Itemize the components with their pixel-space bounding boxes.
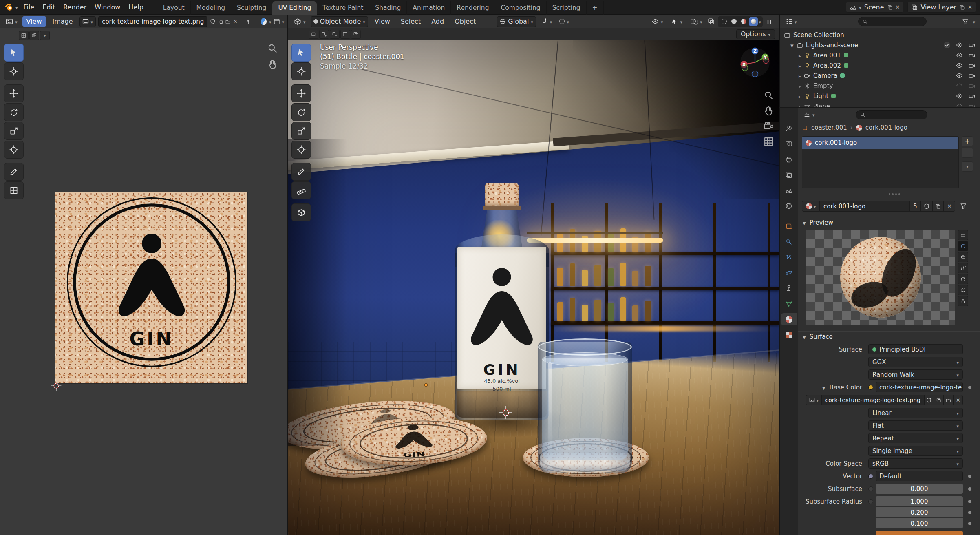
uv-editor-type-button[interactable] [3, 16, 20, 27]
uv-zoom-icon[interactable] [267, 43, 278, 53]
hide-eye-icon[interactable] [956, 93, 963, 99]
tab-scene[interactable] [781, 184, 797, 197]
menu-window[interactable]: Window [90, 2, 124, 12]
expand-icon[interactable] [799, 82, 801, 90]
select-mode-subtract[interactable] [330, 30, 340, 39]
users-count-button[interactable]: 5 [909, 201, 921, 212]
snap-toggle[interactable] [539, 16, 555, 27]
view-layer-name[interactable]: View Layer [920, 3, 956, 11]
select-mode-intersect[interactable] [351, 30, 361, 39]
tab-uv-editing[interactable]: UV Editing [272, 1, 317, 15]
pin-icon[interactable] [246, 18, 251, 25]
extension-select[interactable]: Repeat [868, 433, 963, 443]
uv-pan-hand-icon[interactable] [267, 59, 278, 69]
viewport-canvas[interactable]: GIN GIN 43,0 alc.%vol 500 ml [288, 40, 779, 535]
outliner-row-area002[interactable]: Area.002 [780, 60, 980, 71]
overlays-dropdown[interactable] [688, 16, 705, 27]
decorator-dot[interactable] [968, 522, 971, 525]
projection-select[interactable]: Flat [868, 420, 963, 431]
image-browse-caret-icon[interactable] [91, 18, 93, 25]
vp-camera-view-icon[interactable] [764, 121, 774, 131]
tab-scripting[interactable]: Scripting [547, 1, 587, 15]
tab-world[interactable] [781, 200, 797, 212]
disable-render-camera-icon[interactable] [969, 62, 975, 69]
outliner-editor-caret-icon[interactable] [795, 18, 797, 25]
image-name-field[interactable]: cork-texture-image-logo-text.png [822, 395, 924, 405]
render-slot-icon[interactable] [274, 18, 280, 25]
visibility-dropdown[interactable] [649, 16, 666, 27]
interpolation-select[interactable]: Linear [868, 408, 963, 418]
shading-solid-button[interactable] [729, 17, 738, 26]
radius-y-slider[interactable]: 0.200 [876, 507, 963, 517]
preview-shaderball-button[interactable] [958, 274, 968, 284]
preview-cloth-button[interactable] [958, 285, 968, 295]
radius-x-slider[interactable]: 1.000 [876, 496, 963, 506]
image-name-field[interactable]: cork-texture-image-logo-text.png [98, 16, 207, 27]
unlink-scene-icon[interactable] [896, 4, 900, 10]
disable-render-camera-icon[interactable] [969, 52, 975, 59]
tab-modeling[interactable]: Modeling [191, 1, 232, 15]
uv-tool-transform[interactable] [4, 141, 24, 159]
browse-image-button[interactable] [806, 395, 822, 405]
menu-file[interactable]: File [20, 2, 39, 12]
collection-expand-icon[interactable] [790, 42, 794, 49]
fake-user-shield-icon[interactable] [210, 18, 215, 25]
snap-caret-icon[interactable] [550, 18, 552, 25]
uv-tool-tweak[interactable] [4, 44, 24, 62]
tumbler-glass[interactable] [538, 342, 632, 473]
expand-icon[interactable] [799, 52, 801, 59]
subsurface-slider[interactable]: 0.000 [876, 484, 963, 494]
radius-z-slider[interactable]: 0.100 [876, 518, 963, 528]
unlink-image-button[interactable] [953, 395, 963, 405]
tab-constraints[interactable] [781, 282, 797, 294]
open-image-button[interactable] [944, 395, 954, 405]
menu-edit[interactable]: Edit [38, 2, 59, 12]
uv-menu-view[interactable]: View [22, 16, 46, 27]
uv-header-right-caret-icon[interactable] [282, 18, 284, 25]
vp-tool-move[interactable] [291, 84, 311, 102]
tab-output[interactable] [781, 153, 797, 166]
scene-selector[interactable]: Scene [846, 2, 903, 13]
options-button[interactable]: Options [736, 29, 775, 39]
vp-tool-add-cube[interactable] [291, 203, 311, 221]
tab-compositing[interactable]: Compositing [495, 1, 547, 15]
tab-sculpting[interactable]: Sculpting [231, 1, 272, 15]
blender-logo-icon[interactable] [4, 2, 14, 12]
editor-type-caret-icon[interactable] [15, 18, 18, 25]
gizmos-dropdown[interactable] [669, 16, 685, 27]
filter-funnel-icon[interactable] [962, 18, 969, 25]
tab-material[interactable] [781, 313, 797, 325]
tab-tool[interactable] [781, 122, 797, 135]
select-mode-extend[interactable] [319, 30, 329, 39]
tab-animation[interactable]: Animation [407, 1, 451, 15]
view-layer-selector[interactable]: View Layer [907, 2, 976, 13]
proportional-editing-toggle[interactable] [557, 16, 572, 27]
disable-render-camera-icon[interactable] [969, 103, 975, 108]
vp-ortho-toggle-icon[interactable] [764, 137, 774, 147]
preview-hair-button[interactable] [958, 263, 968, 273]
xray-toggle-icon[interactable] [708, 18, 715, 25]
unlink-image-icon[interactable] [233, 18, 238, 24]
decorator-dot[interactable] [968, 500, 971, 503]
vector-link-button[interactable]: Default [876, 471, 963, 481]
overlays-caret-icon[interactable] [700, 18, 702, 25]
vp-menu-object[interactable]: Object [450, 16, 480, 27]
vp-zoom-icon[interactable] [764, 90, 774, 100]
expand-icon[interactable] [799, 93, 801, 100]
shading-rendered-button[interactable] [749, 17, 758, 26]
duplicate-image-icon[interactable] [218, 18, 223, 25]
cursor-3d[interactable] [499, 406, 513, 420]
distribution-select[interactable]: GGX [868, 357, 963, 367]
base-color-expand-icon[interactable] [822, 384, 825, 391]
uv-image-cork-texture[interactable]: GIN [55, 192, 247, 383]
add-workspace-button[interactable]: + [587, 1, 604, 15]
outliner-row-area001[interactable]: Area.001 [780, 50, 980, 60]
shading-caret-icon[interactable] [759, 18, 761, 25]
select-mode-new[interactable] [309, 30, 318, 39]
outliner-row-camera[interactable]: Camera [780, 71, 980, 81]
new-scene-icon[interactable] [887, 4, 893, 10]
vp-tool-scale[interactable] [291, 122, 311, 140]
outliner-row-empty[interactable]: Empty [780, 81, 980, 91]
slot-specials-menu[interactable] [962, 161, 973, 172]
menu-render[interactable]: Render [59, 2, 90, 12]
